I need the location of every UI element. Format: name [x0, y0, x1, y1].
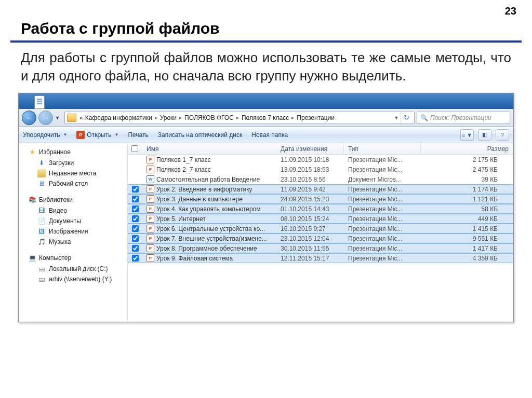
sidebar-item-desktop[interactable]: 🖥Рабочий стол: [19, 179, 127, 189]
file-row[interactable]: PУрок 5. Интернет08.10.2015 15:24Презент…: [128, 214, 513, 224]
file-row[interactable]: PУрок 7. Внешние устройства(измене...23.…: [128, 234, 513, 243]
help-icon: ?: [501, 132, 504, 138]
breadcrumb-dropdown[interactable]: ▼: [392, 115, 401, 120]
column-name[interactable]: Имя: [142, 143, 276, 154]
file-type: Презентация Mic...: [344, 205, 421, 213]
row-checkbox[interactable]: [132, 205, 139, 212]
sidebar-item-pictures[interactable]: 🖼Изображения: [19, 226, 127, 237]
chevron-right-icon[interactable]: ▸: [178, 115, 183, 120]
file-type: Презентация Mic...: [344, 235, 421, 242]
forward-button[interactable]: →: [38, 111, 53, 125]
file-row[interactable]: WСамостоятельная работа Введение23.10.20…: [128, 174, 513, 184]
explorer-window: ← → ▼ « Кафедра информатики ▸ Уроки ▸ ПО…: [18, 93, 514, 322]
sidebar-item-label: Музыка: [49, 238, 71, 245]
file-date: 01.10.2015 14:43: [276, 205, 344, 213]
word-icon: W: [147, 175, 154, 183]
column-checkbox[interactable]: [128, 143, 142, 154]
newfolder-button[interactable]: Новая папка: [251, 131, 288, 139]
refresh-button[interactable]: ↻: [401, 112, 412, 123]
chevron-right-icon[interactable]: ▸: [153, 115, 159, 120]
organize-button[interactable]: Упорядочить ▼: [23, 131, 67, 139]
computer-group: 💻 Компьютер 🖴Локальный диск (C:) 🖴arhiv …: [19, 252, 127, 284]
file-date: 23.10.2015 8:56: [276, 176, 344, 183]
powerpoint-icon: P: [147, 185, 154, 193]
preview-pane-button[interactable]: ◧: [478, 129, 491, 141]
burn-label: Записать на оптический диск: [158, 131, 243, 139]
powerpoint-icon: P: [147, 215, 154, 223]
recent-icon: [37, 169, 46, 177]
file-row[interactable]: PУрок 4. Как управлять компьютером01.10.…: [128, 204, 513, 214]
file-size: 4 359 КБ: [421, 255, 513, 262]
breadcrumb-item[interactable]: ПОЛЯКОВ ФГОС: [183, 114, 235, 121]
breadcrumb-item[interactable]: Кафедра информатики: [84, 114, 153, 121]
chevron-right-icon[interactable]: ▸: [290, 115, 296, 120]
folder-icon: [67, 114, 76, 122]
file-row[interactable]: PУрок 6. Центральные устройства ко...16.…: [128, 224, 513, 234]
sidebar-item-recent[interactable]: Недавние места: [19, 168, 127, 179]
file-name: Урок 4. Как управлять компьютером: [156, 205, 261, 213]
row-checkbox[interactable]: [132, 186, 139, 193]
help-button[interactable]: ?: [496, 129, 509, 141]
row-checkbox[interactable]: [132, 245, 139, 252]
sidebar-item-video[interactable]: 🎞Видео: [19, 205, 127, 216]
sidebar-item-label: Изображения: [49, 228, 88, 235]
selectall-checkbox[interactable]: [131, 145, 138, 152]
column-date[interactable]: Дата изменения: [276, 143, 344, 154]
sidebar-item-drive-y[interactable]: 🖴arhiv (\\serverweb) (Y:): [19, 274, 127, 284]
row-checkbox[interactable]: [132, 225, 139, 232]
file-row[interactable]: PПоляков 1_7 класс11.09.2015 10:18Презен…: [128, 155, 513, 164]
print-button[interactable]: Печать: [128, 131, 148, 139]
sidebar: ★ Избранное ⬇Загрузки Недавние места 🖥Ра…: [19, 143, 128, 322]
file-row[interactable]: PПоляков 2_7 класс13.09.2015 18:53Презен…: [128, 164, 513, 174]
file-row[interactable]: PУрок 8. Программное обеспечение30.10.20…: [128, 243, 513, 253]
column-size[interactable]: Размер: [421, 143, 513, 154]
file-date: 13.09.2015 18:53: [276, 166, 344, 173]
favorites-header[interactable]: ★ Избранное: [19, 146, 127, 158]
open-button[interactable]: P Открыть ▼: [76, 131, 118, 139]
breadcrumb-item[interactable]: Презентации: [296, 114, 336, 121]
libraries-header[interactable]: 📚 Библиотеки: [19, 194, 127, 205]
sidebar-item-documents[interactable]: 📄Документы: [19, 216, 127, 226]
row-checkbox[interactable]: [132, 215, 139, 222]
file-type: Презентация Mic...: [344, 245, 421, 252]
file-name: Урок 6. Центральные устройства ко...: [156, 225, 265, 232]
picture-icon: 🖼: [37, 227, 46, 236]
breadcrumb-item[interactable]: Уроки: [159, 114, 178, 121]
sidebar-item-downloads[interactable]: ⬇Загрузки: [19, 158, 127, 168]
sidebar-item-label: arhiv (\\serverweb) (Y:): [49, 276, 112, 283]
computer-header[interactable]: 💻 Компьютер: [19, 252, 127, 264]
file-row[interactable]: PУрок 9. Файловая система12.11.2015 15:1…: [128, 253, 513, 263]
title-underline: [10, 40, 522, 43]
file-rows: PПоляков 1_7 класс11.09.2015 10:18Презен…: [128, 155, 513, 322]
breadcrumb-item[interactable]: Поляков 7 класс: [241, 114, 290, 121]
powerpoint-icon: P: [147, 166, 154, 173]
file-date: 24.09.2015 15:23: [276, 196, 344, 203]
row-checkbox[interactable]: [132, 235, 139, 242]
breadcrumb-bar[interactable]: « Кафедра информатики ▸ Уроки ▸ ПОЛЯКОВ …: [64, 112, 415, 124]
search-input[interactable]: 🔍 Поиск: Презентации: [417, 112, 510, 124]
view-options-button[interactable]: ≡▼: [460, 129, 474, 141]
titlebar[interactable]: [19, 93, 513, 109]
back-button[interactable]: ←: [22, 111, 36, 125]
file-row[interactable]: PУрок 3. Данные в компьютере24.09.2015 1…: [128, 194, 513, 204]
row-checkbox[interactable]: [132, 196, 139, 202]
search-icon: 🔍: [420, 114, 428, 121]
sidebar-item-drive-c[interactable]: 🖴Локальный диск (C:): [19, 264, 127, 274]
column-type[interactable]: Тип: [344, 143, 421, 154]
file-area: Имя Дата изменения Тип Размер PПоляков 1…: [128, 143, 513, 322]
file-name: Поляков 1_7 класс: [156, 156, 211, 163]
file-type: Презентация Mic...: [344, 255, 421, 262]
sidebar-item-music[interactable]: 🎵Музыка: [19, 237, 127, 247]
burn-button[interactable]: Записать на оптический диск: [158, 131, 243, 139]
nav-history-dropdown[interactable]: ▼: [55, 115, 62, 120]
video-icon: 🎞: [37, 207, 46, 215]
file-name: Урок 5. Интернет: [156, 215, 206, 223]
powerpoint-icon: P: [147, 225, 154, 232]
file-size: 1 415 КБ: [421, 225, 513, 232]
chevron-right-icon[interactable]: ▸: [235, 115, 241, 120]
window-doc-icon: [34, 95, 45, 109]
row-checkbox[interactable]: [132, 255, 139, 262]
file-type: Документ Micros...: [344, 176, 421, 183]
file-row[interactable]: PУрок 2. Введение в информатику11.09.201…: [128, 184, 513, 194]
column-headers: Имя Дата изменения Тип Размер: [128, 143, 513, 155]
